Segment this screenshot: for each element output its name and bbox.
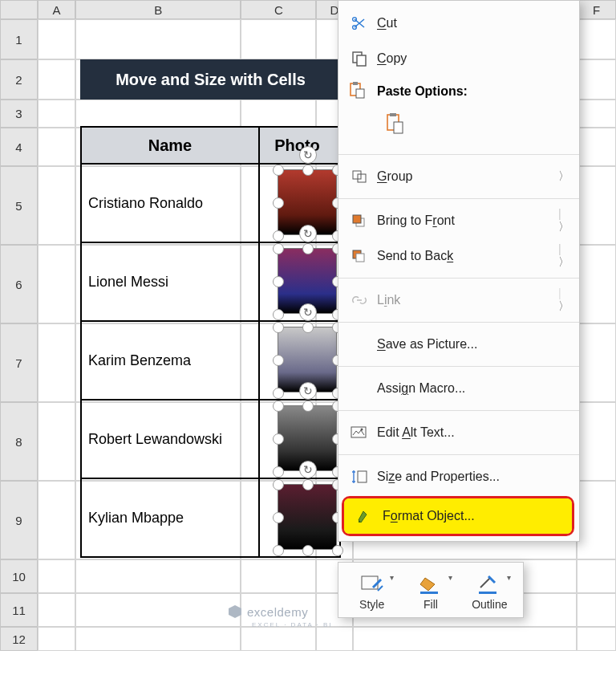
selection-handle[interactable] bbox=[302, 322, 314, 333]
rotation-handle[interactable]: ↻ bbox=[299, 146, 317, 164]
cell[interactable] bbox=[38, 627, 75, 651]
cell[interactable] bbox=[316, 627, 352, 651]
col-header[interactable]: C bbox=[241, 0, 316, 19]
cell[interactable] bbox=[38, 166, 75, 245]
selection-handle[interactable] bbox=[273, 545, 284, 556]
selection-handle[interactable] bbox=[273, 355, 284, 366]
cell[interactable] bbox=[75, 593, 241, 627]
selection-handle[interactable] bbox=[273, 466, 284, 478]
rotation-handle[interactable]: ↻ bbox=[299, 382, 317, 400]
row-header[interactable]: 11 bbox=[0, 593, 38, 627]
cell[interactable] bbox=[75, 19, 241, 59]
row-header[interactable]: 3 bbox=[0, 100, 38, 128]
menu-cut[interactable]: Cut bbox=[338, 6, 579, 41]
selection-handle[interactable] bbox=[273, 243, 284, 254]
cell[interactable] bbox=[75, 627, 241, 651]
cell[interactable] bbox=[75, 559, 241, 593]
row-header[interactable]: 2 bbox=[0, 59, 38, 100]
col-header[interactable]: F bbox=[577, 0, 616, 19]
cell[interactable] bbox=[577, 166, 616, 245]
row-header[interactable]: 6 bbox=[0, 245, 38, 323]
cell[interactable] bbox=[577, 245, 616, 323]
menu-bring-to-front[interactable]: Bring to Front | 〉 bbox=[338, 203, 579, 238]
row-header[interactable]: 10 bbox=[0, 559, 38, 593]
selection-handle[interactable] bbox=[302, 545, 314, 556]
menu-size-and-properties[interactable]: Size and Properties... bbox=[338, 459, 579, 494]
cell[interactable] bbox=[577, 627, 616, 651]
selection-handle[interactable] bbox=[302, 165, 314, 176]
col-header[interactable]: A bbox=[38, 0, 75, 19]
cell[interactable] bbox=[577, 559, 616, 593]
menu-assign-macro[interactable]: Assign Macro... bbox=[338, 371, 579, 406]
cell[interactable] bbox=[38, 245, 75, 323]
name-cell[interactable]: Robert Lewandowski bbox=[82, 401, 260, 478]
paste-option-button[interactable] bbox=[379, 105, 411, 142]
cell[interactable] bbox=[75, 100, 241, 128]
cell[interactable] bbox=[241, 627, 316, 651]
mini-style[interactable]: ▾ Style bbox=[346, 571, 397, 611]
row-header[interactable]: 5 bbox=[0, 166, 38, 245]
selection-handle[interactable] bbox=[273, 197, 284, 209]
cell[interactable] bbox=[38, 559, 75, 593]
photo-image[interactable]: ↻ bbox=[278, 484, 337, 550]
cell[interactable] bbox=[577, 128, 616, 166]
selection-handle[interactable] bbox=[273, 512, 284, 523]
photo-cell[interactable]: ↻ bbox=[260, 479, 339, 556]
menu-copy[interactable]: Copy bbox=[338, 41, 579, 76]
selection-handle[interactable] bbox=[332, 545, 343, 556]
menu-group[interactable]: Group 〉 bbox=[338, 159, 579, 194]
cell[interactable] bbox=[577, 402, 616, 481]
selection-handle[interactable] bbox=[302, 479, 314, 490]
cell[interactable] bbox=[38, 59, 75, 100]
selection-handle[interactable] bbox=[273, 401, 284, 412]
name-cell[interactable]: Cristiano Ronaldo bbox=[82, 165, 260, 242]
selection-handle[interactable] bbox=[273, 433, 284, 445]
menu-edit-alt-text[interactable]: Edit Alt Text... bbox=[338, 415, 579, 450]
row-header[interactable]: 7 bbox=[0, 323, 38, 402]
row-header[interactable]: 8 bbox=[0, 402, 38, 481]
cell[interactable] bbox=[38, 593, 75, 627]
selection-handle[interactable] bbox=[273, 322, 284, 333]
selection-handle[interactable] bbox=[273, 165, 284, 176]
name-cell[interactable]: Karim Benzema bbox=[82, 322, 260, 399]
row-header[interactable]: 1 bbox=[0, 19, 38, 59]
selection-handle[interactable] bbox=[273, 230, 284, 242]
cell[interactable] bbox=[38, 128, 75, 166]
menu-save-as-picture[interactable]: Save as Picture... bbox=[338, 327, 579, 362]
row-header[interactable]: 9 bbox=[0, 481, 38, 559]
cell[interactable] bbox=[577, 19, 616, 59]
selection-handle[interactable] bbox=[273, 309, 284, 320]
cell[interactable] bbox=[577, 593, 616, 627]
cell[interactable] bbox=[577, 323, 616, 402]
cell[interactable] bbox=[38, 481, 75, 559]
cell[interactable] bbox=[577, 481, 616, 559]
name-cell[interactable]: Lionel Messi bbox=[82, 243, 260, 320]
cell[interactable] bbox=[577, 59, 616, 100]
mini-fill[interactable]: ▾ Fill bbox=[405, 571, 456, 611]
row-header[interactable]: 12 bbox=[0, 627, 38, 651]
rotation-handle[interactable]: ↻ bbox=[299, 461, 317, 478]
name-cell[interactable]: Kylian Mbappe bbox=[82, 479, 260, 556]
cell[interactable] bbox=[241, 19, 316, 59]
col-header[interactable]: B bbox=[75, 0, 241, 19]
rotation-handle[interactable]: ↻ bbox=[299, 303, 317, 321]
selection-handle[interactable] bbox=[302, 401, 314, 412]
menu-send-to-back[interactable]: Send to Back | 〉 bbox=[338, 238, 579, 274]
cell[interactable] bbox=[38, 402, 75, 481]
cell[interactable] bbox=[577, 100, 616, 128]
selection-handle[interactable] bbox=[273, 388, 284, 399]
cell[interactable] bbox=[241, 559, 316, 593]
selection-handle[interactable] bbox=[302, 243, 314, 254]
selection-handle[interactable] bbox=[273, 479, 284, 490]
cell[interactable] bbox=[38, 19, 75, 59]
select-all-corner[interactable] bbox=[0, 0, 38, 19]
cell[interactable] bbox=[353, 627, 578, 651]
rotation-handle[interactable]: ↻ bbox=[299, 225, 317, 242]
cell[interactable] bbox=[241, 100, 316, 128]
menu-format-object[interactable]: Format Object... bbox=[344, 498, 572, 534]
cell[interactable] bbox=[38, 100, 75, 128]
cell[interactable] bbox=[38, 323, 75, 402]
mini-outline[interactable]: ▾ Outline bbox=[464, 571, 515, 611]
selection-handle[interactable] bbox=[273, 276, 284, 287]
row-header[interactable]: 4 bbox=[0, 128, 38, 166]
